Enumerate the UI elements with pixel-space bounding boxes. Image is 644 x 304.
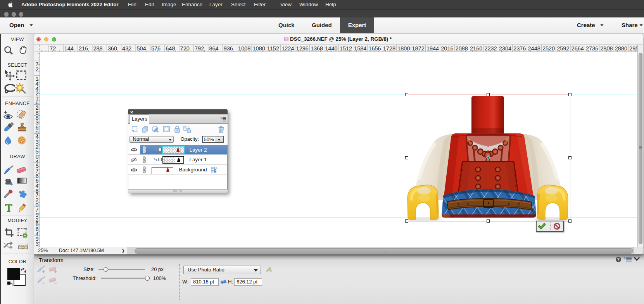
svg-text:72: 72 xyxy=(50,45,56,52)
svg-text:1152: 1152 xyxy=(267,45,279,52)
svg-text:936: 936 xyxy=(224,45,233,52)
svg-text:648: 648 xyxy=(166,45,175,52)
svg-text:144: 144 xyxy=(64,45,74,52)
svg-text:288: 288 xyxy=(93,45,102,52)
svg-text:360: 360 xyxy=(108,45,117,52)
svg-text:2952: 2952 xyxy=(629,45,637,52)
svg-text:216: 216 xyxy=(79,45,88,52)
svg-text:504: 504 xyxy=(137,45,146,52)
svg-text:576: 576 xyxy=(151,45,161,52)
svg-text:720: 720 xyxy=(180,45,190,52)
svg-text:792: 792 xyxy=(195,45,204,52)
svg-text:2: 2 xyxy=(36,66,39,73)
svg-text:432: 432 xyxy=(122,45,131,52)
svg-text:864: 864 xyxy=(209,45,218,52)
